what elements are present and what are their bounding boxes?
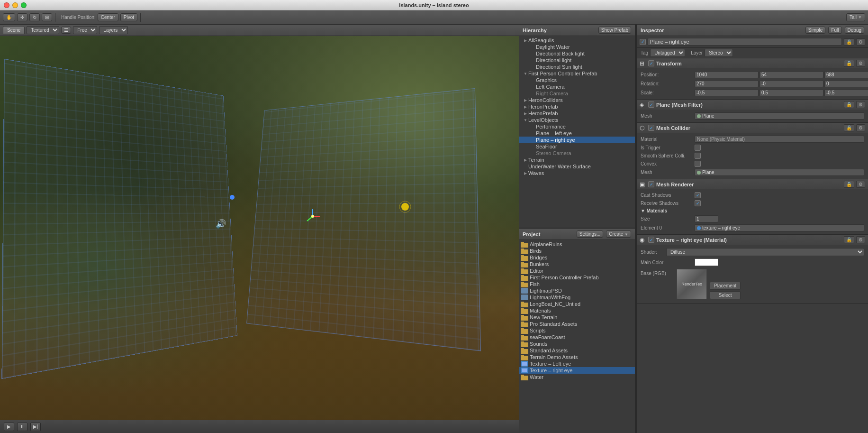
play-button[interactable]: ▶ (4, 423, 14, 431)
is-trigger-checkbox[interactable] (695, 145, 701, 151)
scene-canvas[interactable]: 🔊 (0, 36, 519, 420)
hierarchy-item-18[interactable]: Terrain (519, 157, 635, 163)
project-item-0[interactable]: AirplaneRuins (519, 241, 635, 248)
hierarchy-item-1[interactable]: Daylight Water (519, 44, 635, 50)
layers-select[interactable]: Layers (99, 26, 128, 34)
hierarchy-item-10[interactable]: HeronPrefab (519, 103, 635, 110)
convex-checkbox[interactable] (695, 161, 701, 167)
hierarchy-item-16[interactable]: SeaFloor (519, 143, 635, 150)
center-button[interactable]: Center (98, 13, 118, 21)
texture-material-header[interactable]: ◉ Texture – right eye (Material) 🔒 ⚙ (637, 235, 868, 245)
mesh-filter-header[interactable]: ◈ Plane (Mesh Filter) 🔒 ⚙ (637, 100, 868, 110)
object-enabled-checkbox[interactable] (640, 39, 646, 45)
mesh-renderer-lock[interactable]: 🔒 (844, 181, 854, 188)
close-button[interactable] (4, 2, 9, 8)
mesh-collider-enabled[interactable] (648, 125, 654, 131)
hand-tool-button[interactable]: ✋ (3, 13, 15, 21)
render-mode-select[interactable]: Textured (27, 26, 59, 34)
hierarchy-item-6[interactable]: Graphics (519, 77, 635, 83)
project-item-16[interactable]: Standard Assets (519, 347, 635, 354)
scale-tool-button[interactable]: ⊞ (42, 13, 52, 21)
hierarchy-item-17[interactable]: Stereo Camera (519, 150, 635, 157)
hierarchy-item-12[interactable]: LevelObjects (519, 117, 635, 123)
tree-arrow-11[interactable] (523, 111, 528, 116)
show-prefab-button[interactable]: Show Prefab (598, 27, 631, 34)
smooth-sphere-checkbox[interactable] (695, 153, 701, 159)
project-item-4[interactable]: Editor (519, 267, 635, 274)
view-mode-select[interactable]: Free (73, 26, 97, 34)
mesh-collider-header[interactable]: ⬡ Mesh Collider 🔒 ⚙ (637, 123, 868, 133)
sun-gizmo[interactable] (398, 200, 412, 215)
hierarchy-item-3[interactable]: Directional light (519, 57, 635, 64)
hierarchy-item-5[interactable]: First Person Controller Prefab (519, 70, 635, 77)
shader-select[interactable]: Diffuse (666, 248, 864, 256)
maximize-button[interactable] (21, 2, 27, 8)
hierarchy-item-15[interactable]: Plane – right eye (519, 137, 635, 143)
receive-shadows-checkbox[interactable]: ✓ (695, 200, 701, 206)
project-item-5[interactable]: First Person Controller Prefab (519, 274, 635, 281)
lock-button[interactable]: 🔒 (844, 38, 854, 46)
pause-button[interactable]: ⏸ (17, 423, 27, 431)
gear-button[interactable]: ⚙ (856, 38, 865, 46)
move-tool-button[interactable]: ✛ (17, 13, 27, 21)
mat-size-input[interactable] (695, 215, 718, 222)
layer-select[interactable]: Stereo (705, 49, 733, 57)
tree-arrow-18[interactable] (523, 157, 528, 163)
settings-button[interactable]: Settings... (577, 230, 603, 238)
main-color-swatch[interactable] (695, 258, 718, 266)
hierarchy-item-14[interactable]: Plane – left eye (519, 130, 635, 137)
project-item-10[interactable]: Materials (519, 307, 635, 314)
project-item-15[interactable]: Sounds (519, 341, 635, 347)
project-item-1[interactable]: Birds (519, 248, 635, 254)
tree-arrow-0[interactable] (523, 37, 528, 43)
transform-lock[interactable]: 🔒 (844, 60, 854, 67)
project-item-14[interactable]: seaFoamCoast (519, 334, 635, 341)
tree-arrow-20[interactable] (523, 170, 528, 176)
rotation-x-input[interactable] (695, 80, 759, 87)
transform-gear[interactable]: ⚙ (856, 60, 865, 67)
mesh-filter-lock[interactable]: 🔒 (844, 101, 854, 108)
position-z-input[interactable] (824, 71, 868, 78)
project-item-9[interactable]: LongBoat_NC_Untied (519, 301, 635, 307)
texture-material-gear[interactable]: ⚙ (856, 236, 865, 243)
project-item-17[interactable]: Terrain Demo Assets (519, 354, 635, 360)
project-item-7[interactable]: LightmapPSD (519, 287, 635, 294)
transform-handle-blue[interactable] (227, 193, 237, 202)
mesh-renderer-enabled[interactable] (648, 181, 654, 187)
mesh-collider-gear[interactable]: ⚙ (856, 124, 865, 131)
hierarchy-item-11[interactable]: HeronPrefab (519, 110, 635, 117)
project-item-8[interactable]: LightmapWithFog (519, 294, 635, 301)
project-item-11[interactable]: New Terrain (519, 314, 635, 321)
pivot-button[interactable]: Pivot (120, 13, 137, 21)
project-item-3[interactable]: Bunkers (519, 261, 635, 267)
full-button[interactable]: Full (828, 27, 841, 34)
mesh-renderer-gear[interactable]: ⚙ (856, 181, 865, 188)
select-texture-button[interactable]: Select (710, 291, 741, 299)
tree-arrow-9[interactable] (523, 97, 528, 103)
tree-arrow-10[interactable] (523, 104, 528, 110)
position-x-input[interactable] (695, 71, 759, 78)
scale-z-input[interactable] (824, 89, 868, 96)
rotation-z-input[interactable] (824, 80, 868, 87)
hierarchy-item-13[interactable]: Performance (519, 123, 635, 130)
hierarchy-item-2[interactable]: Directional Back light (519, 50, 635, 57)
position-y-input[interactable] (760, 71, 823, 78)
hierarchy-item-19[interactable]: UnderWater Water Surface (519, 163, 635, 170)
rotate-tool-button[interactable]: ↻ (29, 13, 40, 21)
project-item-18[interactable]: Texture – Left eye (519, 360, 635, 367)
transform-enabled[interactable] (648, 60, 654, 66)
hierarchy-item-0[interactable]: AllSeagulls (519, 37, 635, 44)
tree-arrow-5[interactable] (523, 71, 528, 76)
simple-button[interactable]: Simple (805, 27, 826, 34)
transform-handle-group[interactable] (303, 207, 322, 227)
project-item-20[interactable]: Water (519, 374, 635, 380)
debug-button[interactable]: Debug (845, 27, 864, 34)
mesh-renderer-header[interactable]: ▣ Mesh Renderer 🔒 ⚙ (637, 179, 868, 189)
placement-button[interactable]: Placement (710, 282, 741, 290)
hierarchy-item-20[interactable]: Waves (519, 170, 635, 176)
mesh-collider-lock[interactable]: 🔒 (844, 124, 854, 131)
texture-material-lock[interactable]: 🔒 (844, 236, 854, 243)
step-button[interactable]: ▶| (30, 423, 41, 431)
hierarchy-item-4[interactable]: Directional Sun light (519, 64, 635, 70)
texture-material-enabled[interactable] (648, 237, 654, 243)
